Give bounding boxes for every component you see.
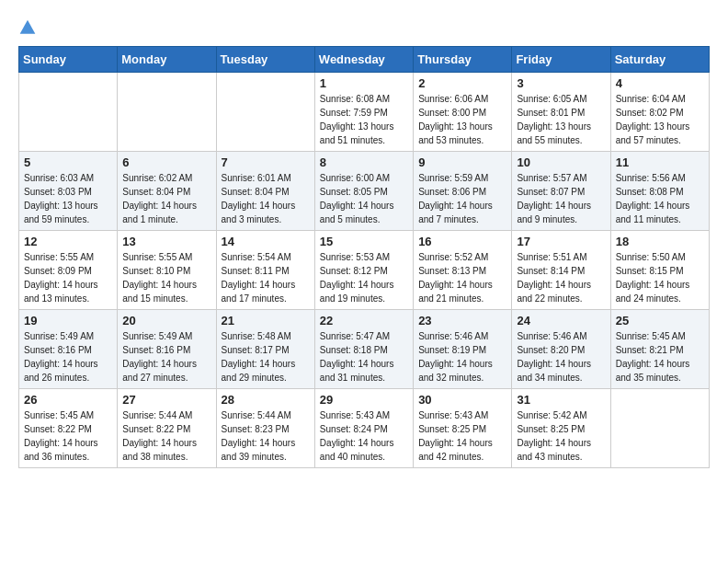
day-info: Sunrise: 5:46 AM Sunset: 8:19 PM Dayligh… — [418, 329, 506, 385]
calendar-empty-cell — [216, 73, 314, 152]
calendar-day-8: 8Sunrise: 6:00 AM Sunset: 8:05 PM Daylig… — [314, 152, 413, 231]
day-info: Sunrise: 5:45 AM Sunset: 8:22 PM Dayligh… — [24, 408, 112, 464]
calendar-day-17: 17Sunrise: 5:51 AM Sunset: 8:14 PM Dayli… — [512, 231, 610, 310]
calendar-day-29: 29Sunrise: 5:43 AM Sunset: 8:24 PM Dayli… — [314, 389, 413, 468]
day-number: 18 — [616, 235, 704, 248]
day-number: 11 — [616, 155, 704, 169]
day-header-saturday: Saturday — [610, 47, 709, 73]
day-number: 15 — [320, 235, 408, 248]
day-info: Sunrise: 6:06 AM Sunset: 8:00 PM Dayligh… — [418, 92, 506, 147]
day-info: Sunrise: 5:55 AM Sunset: 8:10 PM Dayligh… — [122, 250, 210, 305]
calendar-day-18: 18Sunrise: 5:50 AM Sunset: 8:15 PM Dayli… — [610, 231, 709, 310]
day-header-thursday: Thursday — [414, 47, 512, 73]
day-info: Sunrise: 5:45 AM Sunset: 8:21 PM Dayligh… — [616, 329, 704, 385]
day-number: 23 — [418, 314, 506, 327]
calendar-table: SundayMondayTuesdayWednesdayThursdayFrid… — [18, 46, 710, 468]
calendar-day-30: 30Sunrise: 5:43 AM Sunset: 8:25 PM Dayli… — [414, 389, 512, 468]
day-number: 25 — [616, 314, 704, 327]
day-info: Sunrise: 5:55 AM Sunset: 8:09 PM Dayligh… — [24, 250, 112, 305]
day-number: 1 — [320, 76, 408, 90]
calendar-day-26: 26Sunrise: 5:45 AM Sunset: 8:22 PM Dayli… — [19, 389, 118, 468]
calendar-header-row: SundayMondayTuesdayWednesdayThursdayFrid… — [19, 47, 710, 73]
day-info: Sunrise: 5:53 AM Sunset: 8:12 PM Dayligh… — [320, 250, 408, 305]
day-number: 14 — [222, 235, 310, 248]
day-info: Sunrise: 5:49 AM Sunset: 8:16 PM Dayligh… — [24, 329, 112, 385]
day-header-sunday: Sunday — [19, 47, 118, 73]
calendar-day-13: 13Sunrise: 5:55 AM Sunset: 8:10 PM Dayli… — [118, 231, 216, 310]
calendar-week-row: 5Sunrise: 6:03 AM Sunset: 8:03 PM Daylig… — [19, 152, 710, 231]
calendar-day-15: 15Sunrise: 5:53 AM Sunset: 8:12 PM Dayli… — [314, 231, 413, 310]
calendar-day-2: 2Sunrise: 6:06 AM Sunset: 8:00 PM Daylig… — [414, 73, 512, 152]
day-number: 5 — [24, 155, 112, 169]
day-info: Sunrise: 5:42 AM Sunset: 8:25 PM Dayligh… — [517, 408, 605, 464]
day-header-friday: Friday — [512, 47, 610, 73]
calendar-day-25: 25Sunrise: 5:45 AM Sunset: 8:21 PM Dayli… — [610, 310, 709, 389]
day-info: Sunrise: 6:08 AM Sunset: 7:59 PM Dayligh… — [320, 92, 408, 147]
day-info: Sunrise: 5:57 AM Sunset: 8:07 PM Dayligh… — [517, 171, 605, 226]
day-number: 10 — [517, 155, 605, 169]
calendar-week-row: 1Sunrise: 6:08 AM Sunset: 7:59 PM Daylig… — [19, 73, 710, 152]
day-info: Sunrise: 5:48 AM Sunset: 8:17 PM Dayligh… — [222, 329, 310, 385]
calendar-day-5: 5Sunrise: 6:03 AM Sunset: 8:03 PM Daylig… — [19, 152, 118, 231]
calendar-day-27: 27Sunrise: 5:44 AM Sunset: 8:22 PM Dayli… — [118, 389, 216, 468]
calendar-day-23: 23Sunrise: 5:46 AM Sunset: 8:19 PM Dayli… — [414, 310, 512, 389]
day-number: 19 — [24, 314, 112, 327]
day-info: Sunrise: 5:54 AM Sunset: 8:11 PM Dayligh… — [222, 250, 310, 305]
day-number: 30 — [418, 393, 506, 407]
calendar-day-31: 31Sunrise: 5:42 AM Sunset: 8:25 PM Dayli… — [512, 389, 610, 468]
day-info: Sunrise: 5:59 AM Sunset: 8:06 PM Dayligh… — [418, 171, 506, 226]
day-number: 27 — [122, 393, 210, 407]
calendar-day-1: 1Sunrise: 6:08 AM Sunset: 7:59 PM Daylig… — [314, 73, 413, 152]
day-number: 26 — [24, 393, 112, 407]
day-info: Sunrise: 5:43 AM Sunset: 8:25 PM Dayligh… — [418, 408, 506, 464]
calendar-day-6: 6Sunrise: 6:02 AM Sunset: 8:04 PM Daylig… — [118, 152, 216, 231]
calendar-empty-cell — [610, 389, 709, 468]
day-number: 2 — [418, 76, 506, 90]
svg-marker-0 — [20, 20, 36, 34]
calendar-week-row: 12Sunrise: 5:55 AM Sunset: 8:09 PM Dayli… — [19, 231, 710, 310]
page-header — [18, 18, 710, 37]
calendar-day-12: 12Sunrise: 5:55 AM Sunset: 8:09 PM Dayli… — [19, 231, 118, 310]
day-info: Sunrise: 5:51 AM Sunset: 8:14 PM Dayligh… — [517, 250, 605, 305]
day-number: 7 — [222, 155, 310, 169]
day-header-tuesday: Tuesday — [216, 47, 314, 73]
day-number: 31 — [517, 393, 605, 407]
day-info: Sunrise: 6:00 AM Sunset: 8:05 PM Dayligh… — [320, 171, 408, 226]
calendar-day-4: 4Sunrise: 6:04 AM Sunset: 8:02 PM Daylig… — [610, 73, 709, 152]
day-info: Sunrise: 6:04 AM Sunset: 8:02 PM Dayligh… — [616, 92, 704, 147]
calendar-day-10: 10Sunrise: 5:57 AM Sunset: 8:07 PM Dayli… — [512, 152, 610, 231]
calendar-empty-cell — [19, 73, 118, 152]
calendar-day-14: 14Sunrise: 5:54 AM Sunset: 8:11 PM Dayli… — [216, 231, 314, 310]
calendar-day-7: 7Sunrise: 6:01 AM Sunset: 8:04 PM Daylig… — [216, 152, 314, 231]
day-header-monday: Monday — [118, 47, 216, 73]
day-number: 6 — [122, 155, 210, 169]
day-number: 17 — [517, 235, 605, 248]
day-info: Sunrise: 5:46 AM Sunset: 8:20 PM Dayligh… — [517, 329, 605, 385]
day-number: 12 — [24, 235, 112, 248]
day-info: Sunrise: 5:47 AM Sunset: 8:18 PM Dayligh… — [320, 329, 408, 385]
day-number: 24 — [517, 314, 605, 327]
day-info: Sunrise: 5:44 AM Sunset: 8:23 PM Dayligh… — [222, 408, 310, 464]
day-number: 8 — [320, 155, 408, 169]
day-number: 4 — [616, 76, 704, 90]
day-number: 9 — [418, 155, 506, 169]
logo-icon — [18, 18, 37, 37]
day-info: Sunrise: 6:05 AM Sunset: 8:01 PM Dayligh… — [517, 92, 605, 147]
calendar-day-28: 28Sunrise: 5:44 AM Sunset: 8:23 PM Dayli… — [216, 389, 314, 468]
calendar-day-19: 19Sunrise: 5:49 AM Sunset: 8:16 PM Dayli… — [19, 310, 118, 389]
calendar-week-row: 19Sunrise: 5:49 AM Sunset: 8:16 PM Dayli… — [19, 310, 710, 389]
day-info: Sunrise: 6:01 AM Sunset: 8:04 PM Dayligh… — [222, 171, 310, 226]
day-number: 28 — [222, 393, 310, 407]
day-info: Sunrise: 5:56 AM Sunset: 8:08 PM Dayligh… — [616, 171, 704, 226]
calendar-day-9: 9Sunrise: 5:59 AM Sunset: 8:06 PM Daylig… — [414, 152, 512, 231]
calendar-day-16: 16Sunrise: 5:52 AM Sunset: 8:13 PM Dayli… — [414, 231, 512, 310]
logo — [18, 18, 39, 37]
calendar-day-24: 24Sunrise: 5:46 AM Sunset: 8:20 PM Dayli… — [512, 310, 610, 389]
calendar-day-20: 20Sunrise: 5:49 AM Sunset: 8:16 PM Dayli… — [118, 310, 216, 389]
day-number: 21 — [222, 314, 310, 327]
day-info: Sunrise: 6:02 AM Sunset: 8:04 PM Dayligh… — [122, 171, 210, 226]
day-number: 16 — [418, 235, 506, 248]
day-info: Sunrise: 5:43 AM Sunset: 8:24 PM Dayligh… — [320, 408, 408, 464]
day-number: 13 — [122, 235, 210, 248]
day-info: Sunrise: 5:50 AM Sunset: 8:15 PM Dayligh… — [616, 250, 704, 305]
